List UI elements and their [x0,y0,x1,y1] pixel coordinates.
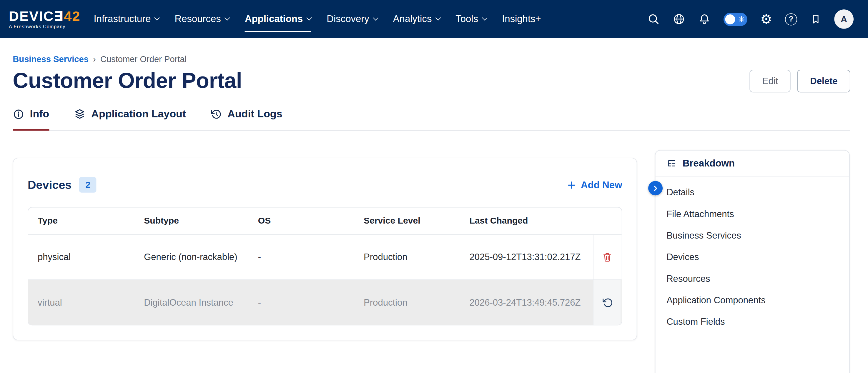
column-header-subtype: Subtype [144,216,258,226]
breadcrumb: Business Services › Customer Order Porta… [13,54,850,64]
cell-last-changed: 2026-03-24T13:49:45.726Z [469,297,593,308]
list-tree-icon [666,158,677,169]
chevron-right-icon [652,185,657,191]
breakdown-panel: Breakdown Details File Attachments Busin… [655,150,850,373]
tab-audit-logs[interactable]: Audit Logs [210,108,282,130]
snowflake-icon [738,15,745,22]
avatar[interactable]: A [834,9,854,29]
devices-card-header: Devices 2 Add New [13,158,637,207]
plus-icon [567,180,577,189]
breakdown-item-file-attachments[interactable]: File Attachments [656,203,849,224]
bell-icon[interactable] [698,13,711,25]
cell-os: - [258,252,364,262]
column-header-actions [593,208,621,234]
breadcrumb-link-business-services[interactable]: Business Services [13,54,89,64]
top-navbar: DEVIC∃42 A Freshworks Company Infrastruc… [0,0,868,38]
layers-icon [73,108,86,120]
cell-last-changed: 2025-09-12T13:31:02.217Z [469,252,593,262]
app-window: DEVIC∃42 A Freshworks Company Infrastruc… [0,0,868,373]
breakdown-item-devices[interactable]: Devices [656,246,849,268]
logo-text: DEVIC∃42 [9,9,80,23]
gear-icon[interactable]: ⚙ [760,12,772,26]
tab-info[interactable]: Info [13,108,49,130]
main-nav: Infrastructure Resources Applications Di… [94,0,541,38]
collapse-panel-button[interactable] [648,181,662,195]
title-row: Customer Order Portal Edit Delete [13,68,850,94]
info-icon [13,108,24,120]
nav-item-infrastructure[interactable]: Infrastructure [94,13,159,25]
search-icon[interactable] [647,13,660,25]
breakdown-item-custom-fields[interactable]: Custom Fields [656,311,849,333]
breakdown-header: Breakdown [656,151,849,177]
nav-item-tools[interactable]: Tools [456,13,486,25]
breadcrumb-current: Customer Order Portal [100,54,187,64]
main-content: Business Services › Customer Order Porta… [0,54,868,373]
delete-row-button[interactable] [593,235,621,279]
chevron-down-icon [373,15,378,20]
column-header-type: Type [38,216,144,226]
tab-application-layout[interactable]: Application Layout [73,108,186,130]
column-header-service-level: Service Level [364,216,469,226]
cell-type: physical [38,252,144,262]
table-header-row: Type Subtype OS Service Level Last Chang… [28,208,622,234]
nav-item-analytics[interactable]: Analytics [393,13,440,25]
breakdown-list: Details File Attachments Business Servic… [656,177,849,337]
delete-button[interactable]: Delete [797,69,850,92]
bookmark-icon[interactable] [810,13,822,25]
cell-type: virtual [38,297,144,308]
cell-service-level: Production [364,252,469,262]
breakdown-item-details[interactable]: Details [656,182,849,203]
restore-row-button[interactable] [593,280,621,325]
cell-os: - [258,297,364,308]
nav-item-insights[interactable]: Insights+ [502,13,541,25]
chevron-down-icon [435,15,441,20]
cell-subtype: Generic (non-rackable) [144,252,258,262]
devices-count-badge: 2 [80,177,96,193]
table-row: physical Generic (non-rackable) - Produc… [28,234,622,279]
column-header-last-changed: Last Changed [469,216,593,226]
device42-logo[interactable]: DEVIC∃42 A Freshworks Company [9,9,80,29]
breakdown-item-application-components[interactable]: Application Components [656,289,849,311]
title-actions: Edit Delete [749,69,850,92]
navbar-actions: ⚙ ? A [647,9,854,29]
chevron-down-icon [224,15,230,20]
page-title: Customer Order Portal [13,68,242,94]
breadcrumb-separator: › [93,54,96,64]
chevron-down-icon [482,15,487,20]
restore-icon [601,297,613,308]
column-header-os: OS [258,216,364,226]
nav-item-applications[interactable]: Applications [245,13,311,25]
toggle-knob [725,14,736,24]
edit-button[interactable]: Edit [749,69,790,92]
devices-table: Type Subtype OS Service Level Last Chang… [28,207,622,325]
theme-toggle[interactable] [724,12,748,26]
help-icon[interactable]: ? [785,13,797,25]
history-icon [210,108,222,120]
logo-tagline: A Freshworks Company [9,24,80,29]
nav-item-discovery[interactable]: Discovery [327,13,377,25]
devices-title: Devices [28,178,71,191]
trash-icon [601,251,613,263]
cell-subtype: DigitalOcean Instance [144,297,258,308]
cell-service-level: Production [364,297,469,308]
content-area: Devices 2 Add New Type Subtype OS Servic… [13,150,850,373]
breakdown-item-resources[interactable]: Resources [656,268,849,289]
chevron-down-icon [307,15,312,20]
add-new-button[interactable]: Add New [567,179,622,191]
chevron-down-icon [154,15,160,20]
devices-card: Devices 2 Add New Type Subtype OS Servic… [13,158,637,340]
breakdown-item-business-services[interactable]: Business Services [656,225,849,246]
tab-bar: Info Application Layout Audit Logs [13,108,850,131]
nav-item-resources[interactable]: Resources [175,13,229,25]
globe-icon[interactable] [673,13,686,25]
table-row-deleted: virtual DigitalOcean Instance - Producti… [28,279,622,325]
